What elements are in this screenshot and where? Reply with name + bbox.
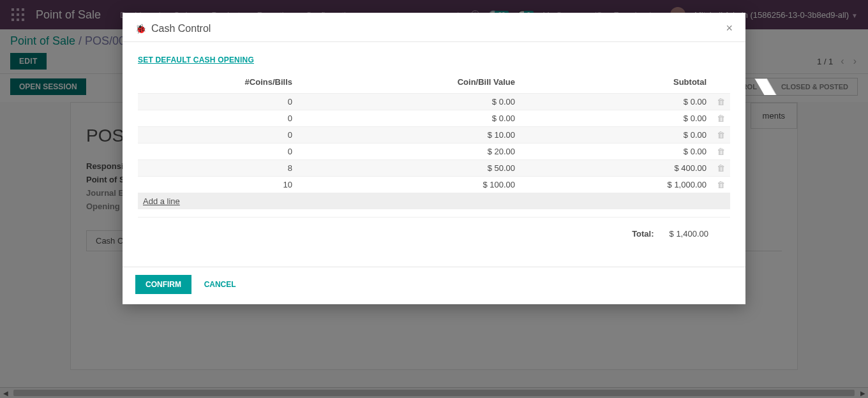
cash-control-modal: 🐞 Cash Control × SET DEFAULT CASH OPENIN…: [123, 13, 745, 304]
header-subtotal: Subtotal: [520, 73, 712, 94]
modal-header: 🐞 Cash Control ×: [123, 13, 745, 42]
cancel-button[interactable]: CANCEL: [202, 275, 239, 294]
cash-value[interactable]: $ 0.00: [297, 110, 520, 127]
cash-count[interactable]: 0: [138, 144, 297, 160]
cash-row[interactable]: 0$ 0.00$ 0.00🗑: [138, 110, 730, 127]
trash-icon[interactable]: 🗑: [712, 144, 730, 160]
cash-row[interactable]: 10$ 100.00$ 1,000.00🗑: [138, 177, 730, 193]
add-line-row[interactable]: Add a line: [138, 193, 730, 210]
total-row: Total: $ 1,400.00: [138, 217, 730, 241]
cash-subtotal: $ 1,000.00: [520, 177, 712, 193]
close-icon[interactable]: ×: [726, 22, 733, 35]
total-label: Total:: [632, 229, 654, 239]
cash-table: #Coins/Bills Coin/Bill Value Subtotal 0$…: [138, 73, 730, 209]
bug-icon[interactable]: 🐞: [135, 24, 146, 34]
cash-value[interactable]: $ 20.00: [297, 144, 520, 160]
total-value: $ 1,400.00: [670, 229, 708, 239]
cash-subtotal: $ 0.00: [520, 94, 712, 110]
header-coins: #Coins/Bills: [138, 73, 297, 94]
cash-row[interactable]: 0$ 20.00$ 0.00🗑: [138, 144, 730, 160]
cash-subtotal: $ 0.00: [520, 144, 712, 160]
modal-body: SET DEFAULT CASH OPENING #Coins/Bills Co…: [123, 42, 745, 247]
cash-subtotal: $ 0.00: [520, 110, 712, 127]
modal-title: Cash Control: [151, 23, 211, 34]
cash-count[interactable]: 10: [138, 177, 297, 193]
cash-count[interactable]: 0: [138, 94, 297, 110]
cash-row[interactable]: 0$ 0.00$ 0.00🗑: [138, 94, 730, 110]
trash-icon[interactable]: 🗑: [712, 94, 730, 110]
cash-count[interactable]: 0: [138, 127, 297, 144]
add-line-link[interactable]: Add a line: [143, 196, 180, 206]
set-default-cash-opening-button[interactable]: SET DEFAULT CASH OPENING: [138, 55, 254, 64]
trash-icon[interactable]: 🗑: [712, 160, 730, 177]
cash-row[interactable]: 0$ 10.00$ 0.00🗑: [138, 127, 730, 144]
cash-value[interactable]: $ 100.00: [297, 177, 520, 193]
confirm-button[interactable]: CONFIRM: [135, 275, 191, 294]
cash-value[interactable]: $ 50.00: [297, 160, 520, 177]
cash-value[interactable]: $ 10.00: [297, 127, 520, 144]
modal-footer: CONFIRM CANCEL: [123, 267, 745, 304]
cash-subtotal: $ 400.00: [520, 160, 712, 177]
trash-icon[interactable]: 🗑: [712, 127, 730, 144]
trash-icon[interactable]: 🗑: [712, 110, 730, 127]
cash-count[interactable]: 0: [138, 110, 297, 127]
header-value: Coin/Bill Value: [297, 73, 520, 94]
trash-icon[interactable]: 🗑: [712, 177, 730, 193]
cash-row[interactable]: 8$ 50.00$ 400.00🗑: [138, 160, 730, 177]
cash-subtotal: $ 0.00: [520, 127, 712, 144]
cash-value[interactable]: $ 0.00: [297, 94, 520, 110]
cash-count[interactable]: 8: [138, 160, 297, 177]
